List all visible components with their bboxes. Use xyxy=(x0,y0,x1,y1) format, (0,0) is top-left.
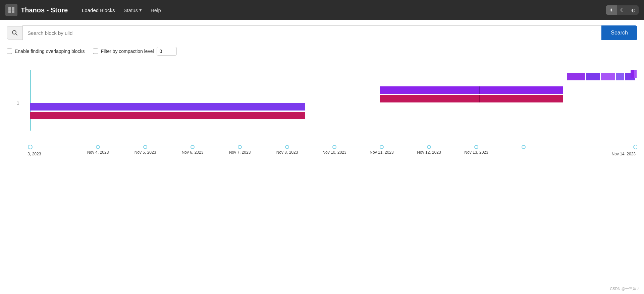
date-label-5: Nov 8, 2023 xyxy=(276,150,298,155)
nav-loaded-blocks[interactable]: Loaded Blocks xyxy=(78,5,118,15)
date-label-7: Nov 11, 2023 xyxy=(370,150,394,155)
theme-auto-button[interactable]: ◐ xyxy=(628,5,639,15)
date-label-3: Nov 6, 2023 xyxy=(182,150,204,155)
bar-1 xyxy=(30,103,305,111)
bar-8 xyxy=(616,73,624,80)
search-bar: Search xyxy=(7,25,637,40)
chart-svg xyxy=(27,67,637,141)
compaction-checkbox[interactable] xyxy=(93,49,98,54)
y-axis-label: 1 xyxy=(17,100,19,105)
svg-point-20 xyxy=(522,145,525,149)
timeline-svg: Nov 3, 2023 Nov 4, 2023 Nov 5, 2023 Nov … xyxy=(27,142,637,159)
compaction-checkbox-label[interactable]: Filter by compaction level xyxy=(93,49,154,54)
main-nav: Loaded Blocks Status ▾ Help xyxy=(78,5,164,15)
svg-line-5 xyxy=(16,34,17,35)
compaction-level-input[interactable] xyxy=(157,47,177,56)
date-label-0: Nov 3, 2023 xyxy=(27,152,41,156)
watermark: CSDN @十三妹↗ xyxy=(610,286,640,291)
bar-7 xyxy=(601,73,615,80)
app-header: Thanos - Store Loaded Blocks Status ▾ He… xyxy=(0,0,644,20)
svg-point-12 xyxy=(144,145,147,149)
filters-row: Enable finding overlapping blocks Filter… xyxy=(7,47,637,56)
svg-rect-2 xyxy=(8,10,11,13)
nav-help[interactable]: Help xyxy=(147,5,164,15)
bar-5 xyxy=(567,73,585,80)
svg-point-16 xyxy=(333,145,336,149)
app-title: Thanos - Store xyxy=(21,6,68,14)
svg-point-11 xyxy=(96,145,100,149)
theme-dark-button[interactable]: ☾ xyxy=(617,5,628,15)
theme-light-button[interactable]: ☀ xyxy=(606,5,617,15)
bar-11 xyxy=(634,70,637,78)
search-button[interactable]: Search xyxy=(601,25,637,40)
bar-4 xyxy=(380,95,563,102)
theme-switcher: ☀ ☾ ◐ xyxy=(606,5,639,15)
svg-rect-3 xyxy=(12,10,14,13)
bar-2 xyxy=(30,112,305,119)
date-label-9: Nov 13, 2023 xyxy=(464,150,488,155)
blocks-chart: 1 xyxy=(7,64,637,180)
app-logo: Thanos - Store xyxy=(5,4,68,16)
compaction-filter: Filter by compaction level xyxy=(93,47,177,56)
bar-6 xyxy=(586,73,600,80)
date-label-6: Nov 10, 2023 xyxy=(322,150,346,155)
main-content: Search Enable finding overlapping blocks… xyxy=(0,20,644,294)
overlap-checkbox-label[interactable]: Enable finding overlapping blocks xyxy=(7,49,85,54)
svg-point-13 xyxy=(191,145,194,149)
svg-point-15 xyxy=(285,145,289,149)
bar-3 xyxy=(380,86,563,94)
timeline: Nov 3, 2023 Nov 4, 2023 Nov 5, 2023 Nov … xyxy=(27,142,637,160)
nav-status[interactable]: Status ▾ xyxy=(120,5,145,15)
svg-rect-1 xyxy=(12,7,14,10)
svg-point-17 xyxy=(380,145,383,149)
logo-icon xyxy=(5,4,17,16)
date-label-10: Nov 14, 2023 xyxy=(612,152,636,156)
search-input[interactable] xyxy=(22,25,601,40)
chevron-down-icon: ▾ xyxy=(139,7,142,13)
svg-point-14 xyxy=(238,145,241,149)
svg-point-19 xyxy=(475,145,478,149)
svg-point-21 xyxy=(634,145,637,149)
date-label-2: Nov 5, 2023 xyxy=(135,150,156,155)
svg-point-18 xyxy=(427,145,431,149)
overlap-checkbox[interactable] xyxy=(7,49,12,54)
svg-rect-0 xyxy=(8,7,11,10)
search-icon xyxy=(7,26,22,40)
svg-point-10 xyxy=(28,145,32,149)
date-label-4: Nov 7, 2023 xyxy=(229,150,251,155)
date-label-8: Nov 12, 2023 xyxy=(417,150,441,155)
date-label-1: Nov 4, 2023 xyxy=(87,150,109,155)
